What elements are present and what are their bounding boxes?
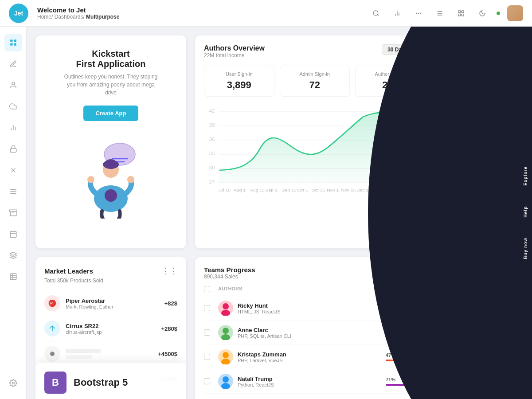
- market-icon-piper: P: [44, 295, 60, 311]
- svg-text:33: 33: [209, 151, 215, 156]
- tab-sep2020[interactable]: Sep 2020: [416, 44, 450, 55]
- tab-oct2020[interactable]: Oct 2020: [453, 44, 486, 55]
- progress-wrap-0: 65%: [386, 304, 466, 313]
- search-button[interactable]: [369, 6, 383, 20]
- bootstrap-icon: B: [44, 372, 66, 394]
- brand-logo[interactable]: Jet: [9, 4, 28, 23]
- svg-point-81: [50, 352, 55, 356]
- kickstart-desc: Outlines keep you honest. They stoping y…: [62, 73, 160, 97]
- tab-30days[interactable]: 30 Days: [382, 44, 413, 55]
- svg-rect-14: [14, 43, 16, 46]
- top-row: Kickstart First Application Outlines kee…: [35, 35, 510, 248]
- row-checkbox-2[interactable]: [204, 354, 218, 360]
- sidebar-item-menu[interactable]: [4, 183, 22, 200]
- sidebar-item-calendar[interactable]: [4, 225, 22, 243]
- teams-card: Teams Progress 890,344 Sales All Users ▾…: [195, 257, 510, 399]
- tab-group: 30 Days Sep 2020 Oct 2020 More: [382, 44, 501, 55]
- breadcrumb-current: Multipurpose: [86, 14, 119, 20]
- notification-button[interactable]: [433, 6, 447, 20]
- svg-text:Jan 1: Jan 1: [386, 188, 397, 192]
- progress-wrap-1: 85%: [386, 328, 466, 337]
- row-checkbox-0[interactable]: [204, 305, 218, 311]
- col-authors: AUTHORS: [218, 286, 386, 292]
- sidebar-item-layers[interactable]: [4, 246, 22, 264]
- market-title: Market Leaders: [44, 267, 93, 275]
- progress-bar-bg-1: [386, 335, 448, 337]
- team-author-0: Ricky Hunt HTML, JS, ReactJS: [218, 301, 386, 316]
- dark-mode-button[interactable]: [475, 6, 489, 20]
- svg-rect-49: [106, 178, 116, 181]
- sidebar-item-dashboard[interactable]: [4, 34, 22, 51]
- svg-point-46: [87, 176, 94, 183]
- market-icon-cirrus: [44, 321, 60, 336]
- teams-header: Teams Progress 890,344 Sales All Users ▾…: [204, 266, 501, 280]
- svg-text:Sep 1: Sep 1: [266, 188, 278, 192]
- sidebar-item-lock[interactable]: [4, 140, 22, 158]
- help-label[interactable]: Help: [521, 203, 530, 221]
- tab-more[interactable]: More: [489, 47, 501, 53]
- grid-button[interactable]: [411, 6, 426, 20]
- market-value-piper: +82$: [164, 300, 177, 307]
- sidebar-item-close[interactable]: [4, 161, 22, 179]
- svg-rect-12: [14, 39, 16, 42]
- breadcrumb: Home/ Dashboards/ Multipurpose: [37, 14, 369, 20]
- sidebar-item-chart[interactable]: [4, 119, 22, 137]
- svg-text:Oct 1: Oct 1: [297, 188, 308, 192]
- sidebar-item-user[interactable]: [4, 76, 22, 94]
- sidebar-item-settings[interactable]: [4, 374, 22, 392]
- teams-search[interactable]: Search: [465, 267, 501, 279]
- explore-label[interactable]: Explore: [521, 163, 530, 189]
- market-more-icon[interactable]: ⋮⋮: [161, 266, 177, 276]
- team-row: Ricky Hunt HTML, JS, ReactJS 65% View: [204, 296, 501, 321]
- user-avatar[interactable]: [507, 5, 523, 21]
- row-checkbox-3[interactable]: [204, 378, 218, 384]
- progress-wrap-3: 71%: [386, 377, 466, 386]
- authors-subtitle: 22M total income: [204, 52, 265, 59]
- svg-text:39: 39: [209, 123, 215, 128]
- breadcrumb-home[interactable]: Home/: [37, 14, 53, 20]
- svg-text:P: P: [50, 301, 53, 305]
- create-app-button[interactable]: Create App: [83, 106, 139, 121]
- svg-rect-32: [10, 274, 16, 280]
- authors-header-left: Authors Overview 22M total income: [204, 44, 265, 59]
- market-info-cirrus: Cirrus SR22 cirrus-aircraft.jsp: [66, 323, 156, 335]
- stat-boxes: User Sign-in 3,899 Admin Sign-in 72 Auth…: [204, 66, 501, 97]
- svg-rect-11: [10, 39, 12, 42]
- stat-user-signin: User Sign-in 3,899: [204, 66, 274, 97]
- svg-point-0: [373, 11, 378, 16]
- action-3: View: [466, 376, 501, 386]
- sidebar-item-table[interactable]: [4, 268, 22, 286]
- chart-button[interactable]: [390, 6, 404, 20]
- svg-point-91: [223, 352, 229, 358]
- progress-bar-bg-3: [386, 384, 448, 386]
- buy-now-label[interactable]: Buy now: [521, 234, 530, 263]
- svg-rect-27: [10, 231, 16, 238]
- kickstart-heading: Kickstart First Application: [76, 49, 145, 69]
- row-checkbox-1[interactable]: [204, 329, 218, 336]
- grid-apps-button[interactable]: [454, 6, 468, 20]
- all-users-filter[interactable]: All Users ▾: [423, 267, 461, 279]
- svg-text:Mar 1: Mar 1: [444, 188, 456, 192]
- sidebar-item-cloud[interactable]: [4, 98, 22, 115]
- view-button-0[interactable]: View: [466, 303, 490, 313]
- select-all-checkbox[interactable]: [204, 286, 210, 292]
- progress-bar-fill-0: [386, 311, 426, 313]
- teams-controls: All Users ▾ Search: [423, 267, 501, 279]
- view-button-3[interactable]: View: [466, 376, 490, 386]
- svg-text:Dec 1: Dec 1: [356, 188, 368, 192]
- kickstart-card: Kickstart First Application Outlines kee…: [35, 35, 186, 248]
- sidebar-item-editor[interactable]: [4, 55, 22, 73]
- svg-point-5: [420, 13, 421, 13]
- view-button-2[interactable]: View: [466, 352, 490, 362]
- svg-rect-19: [10, 149, 16, 152]
- sidebar-item-inbox[interactable]: [4, 204, 22, 222]
- view-button-1[interactable]: View: [466, 328, 490, 337]
- market-info-piper: Piper Aerostar Mark, Rowling, Esther: [66, 297, 159, 309]
- svg-point-45: [106, 159, 116, 166]
- stat-value-1: 72: [286, 79, 344, 91]
- breadcrumb-dashboards[interactable]: Dashboards/: [55, 14, 85, 20]
- svg-text:30: 30: [209, 165, 215, 170]
- progress-bar-fill-3: [386, 384, 430, 386]
- svg-text:Sep 15: Sep 15: [282, 188, 297, 192]
- chart-area: 42 39 36 33 30 27: [204, 104, 501, 201]
